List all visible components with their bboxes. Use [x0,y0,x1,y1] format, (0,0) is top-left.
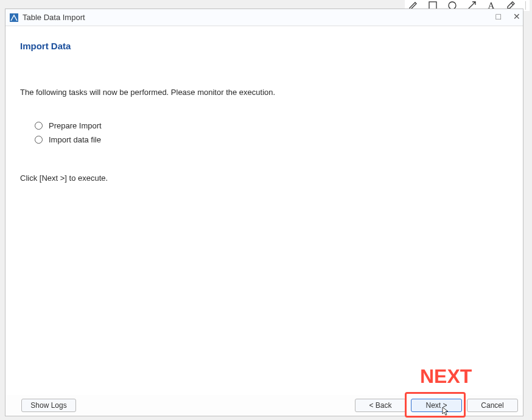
task-row: Prepare Import [35,121,508,130]
close-button[interactable]: ✕ [513,12,520,21]
cancel-button[interactable]: Cancel [467,399,518,412]
page-heading: Import Data [20,41,508,51]
back-button[interactable]: < Back [355,399,406,412]
wizard-button-row: Show Logs < Back Next > Cancel [5,395,523,416]
intro-text: The following tasks will now be performe… [20,88,508,97]
execute-hint: Click [Next >] to execute. [20,173,508,183]
next-button[interactable]: Next > [411,399,462,412]
titlebar: Table Data Import □ ✕ [5,9,523,26]
maximize-button[interactable]: □ [496,12,501,21]
toolbar-separator [525,1,526,10]
task-label: Import data file [49,135,101,144]
show-logs-button[interactable]: Show Logs [21,399,76,412]
wizard-content: Import Data The following tasks will now… [5,26,523,416]
app-icon [9,13,19,23]
wizard-window: Table Data Import □ ✕ Import Data The fo… [5,9,523,416]
task-status-icon [35,136,43,144]
task-row: Import data file [35,135,508,144]
task-list: Prepare Import Import data file [35,121,508,144]
window-title: Table Data Import [23,13,85,22]
task-label: Prepare Import [49,121,102,130]
window-controls: □ ✕ [496,12,520,21]
task-status-icon [35,122,43,130]
